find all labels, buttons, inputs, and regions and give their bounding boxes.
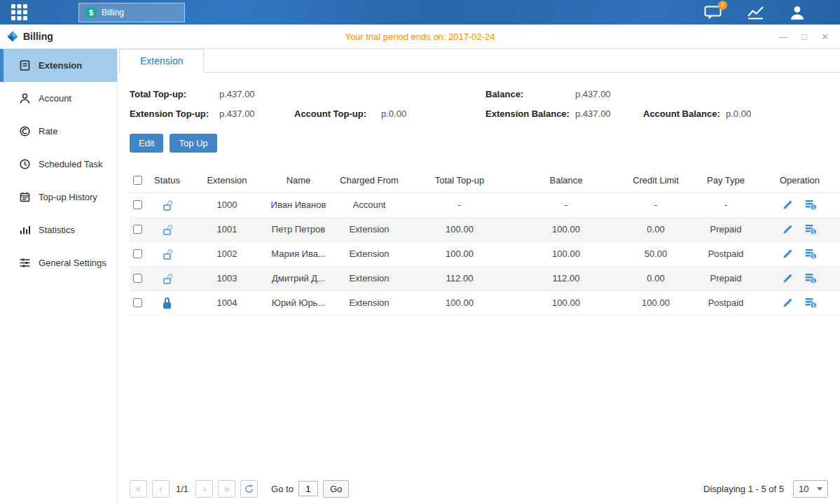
last-page-button[interactable]: » — [218, 480, 235, 498]
first-page-button[interactable]: « — [130, 480, 147, 498]
balance-summary: Total Top-up: p.437.00 Balance: p.437.00… — [130, 89, 828, 119]
table-row: 1003 Дмитрий Д... Extension 112.00 112.0… — [130, 266, 840, 290]
edit-icon[interactable] — [783, 224, 793, 234]
tab-extension[interactable]: Extension — [119, 49, 204, 73]
cell-pay-type: - — [692, 192, 759, 217]
cell-credit-limit: - — [619, 192, 692, 217]
sidebar-item-extension[interactable]: Extension — [0, 49, 117, 82]
displaying-info: Displaying 1 - 5 of 5 — [703, 484, 784, 494]
cell-extension: 1000 — [189, 192, 265, 217]
go-button[interactable]: Go — [323, 480, 349, 498]
topup-icon[interactable]: $ — [805, 273, 817, 284]
cell-pay-type: Prepaid — [692, 217, 759, 241]
summary-value: p.437.00 — [219, 89, 294, 99]
statistics-button[interactable] — [747, 5, 764, 20]
next-page-button[interactable]: › — [195, 480, 213, 498]
sidebar-item-account[interactable]: Account — [0, 82, 117, 115]
select-all-checkbox[interactable] — [133, 176, 142, 185]
table-row: 1000 Иван Иванов Account - - - - $ — [130, 192, 840, 217]
action-buttons: Edit Top Up — [130, 134, 828, 153]
summary-value: p.437.00 — [575, 89, 643, 99]
summary-label: Total Top-up: — [130, 89, 219, 99]
summary-label: Account Top-up: — [294, 108, 381, 119]
table-row: 1004 Юрий Юрь... Extension 100.00 100.00… — [130, 290, 840, 315]
page-size-select[interactable]: 10 — [793, 480, 828, 498]
sidebar-item-rate[interactable]: Rate — [0, 115, 117, 148]
topup-icon[interactable]: $ — [805, 298, 817, 309]
edit-button[interactable]: Edit — [130, 134, 163, 153]
prev-page-button[interactable]: ‹ — [152, 480, 170, 498]
edit-icon[interactable] — [783, 200, 793, 210]
svg-text:$: $ — [812, 228, 815, 234]
cell-charged-from: Extension — [332, 290, 406, 315]
summary-label: Account Balance: — [643, 108, 726, 119]
cell-balance: 100.00 — [513, 241, 619, 266]
row-checkbox[interactable] — [133, 274, 142, 283]
cell-name: Петр Петров — [265, 217, 332, 241]
window-titlebar: Your trial period ends on: 2017-02-24 Bi… — [0, 24, 840, 49]
scheduled-task-icon — [19, 158, 31, 170]
table-row: 1002 Мария Ива... Extension 100.00 100.0… — [130, 241, 840, 266]
row-checkbox[interactable] — [133, 249, 142, 258]
notification-badge: ! — [718, 1, 727, 10]
maximize-button[interactable]: □ — [801, 31, 807, 42]
cell-pay-type: Prepaid — [692, 266, 759, 290]
user-account-button[interactable] — [790, 5, 805, 20]
sidebar-item-general-settings[interactable]: General Settings — [0, 246, 117, 279]
account-icon — [19, 92, 31, 104]
window-title-group: Billing — [0, 31, 53, 42]
svg-text:$: $ — [812, 302, 815, 308]
row-checkbox[interactable] — [133, 200, 142, 209]
screen: $ Billing ! — [0, 0, 840, 504]
line-chart-icon — [747, 5, 764, 20]
sidebar: Extension Account Rate Scheduled Task To… — [0, 49, 118, 504]
sidebar-item-label: General Settings — [39, 258, 106, 268]
row-checkbox[interactable] — [133, 225, 142, 234]
edit-icon[interactable] — [783, 298, 793, 308]
goto-label: Go to — [271, 484, 294, 494]
topup-icon[interactable]: $ — [805, 224, 817, 235]
billing-logo-icon — [7, 31, 18, 42]
unlock-icon — [162, 248, 173, 260]
close-button[interactable]: ✕ — [821, 31, 829, 42]
cell-name: Юрий Юрь... — [265, 290, 332, 315]
topup-history-icon — [19, 191, 31, 203]
extension-panel: Total Top-up: p.437.00 Balance: p.437.00… — [118, 73, 840, 504]
cell-name: Мария Ива... — [265, 241, 332, 266]
cell-charged-from: Extension — [332, 241, 406, 266]
cell-total-topup: 100.00 — [406, 217, 513, 241]
topup-icon[interactable]: $ — [805, 248, 817, 260]
taskbar-billing-button[interactable]: $ Billing — [78, 3, 185, 22]
row-checkbox[interactable] — [133, 298, 142, 307]
col-extension: Extension — [189, 169, 265, 192]
sidebar-item-label: Rate — [39, 126, 57, 136]
cell-name: Дмитрий Д... — [265, 266, 332, 290]
table-header-row: Status Extension Name Charged From Total… — [130, 169, 840, 192]
sidebar-item-topup-history[interactable]: Top-up History — [0, 181, 117, 214]
cell-total-topup: - — [406, 192, 513, 217]
unlock-icon — [162, 273, 173, 284]
sidebar-item-scheduled-task[interactable]: Scheduled Task — [0, 148, 117, 181]
col-pay-type: Pay Type — [692, 169, 759, 192]
edit-icon[interactable] — [783, 273, 793, 284]
col-charged-from: Charged From — [332, 169, 406, 192]
window-title: Billing — [23, 31, 53, 42]
window-controls: — □ ✕ — [778, 31, 840, 42]
cell-name: Иван Иванов — [265, 192, 332, 217]
cell-extension: 1003 — [189, 266, 265, 290]
statistics-icon — [19, 224, 31, 236]
goto-page-input[interactable] — [298, 481, 318, 496]
cell-total-topup: 112.00 — [406, 266, 513, 290]
refresh-button[interactable] — [240, 480, 258, 498]
top-up-button[interactable]: Top Up — [170, 134, 216, 153]
desktop-topbar: $ Billing ! — [0, 0, 840, 24]
messages-button[interactable]: ! — [704, 5, 722, 20]
minimize-button[interactable]: — — [778, 31, 787, 42]
main-content: Extension Total Top-up: p.437.00 Balance… — [118, 49, 840, 504]
sidebar-item-statistics[interactable]: Statistics — [0, 214, 117, 246]
edit-icon[interactable] — [783, 248, 793, 259]
cell-credit-limit: 0.00 — [619, 217, 692, 241]
app-menu-button[interactable] — [0, 4, 38, 21]
topup-icon[interactable]: $ — [805, 200, 817, 211]
trial-notice: Your trial period ends on: 2017-02-24 — [0, 31, 840, 42]
